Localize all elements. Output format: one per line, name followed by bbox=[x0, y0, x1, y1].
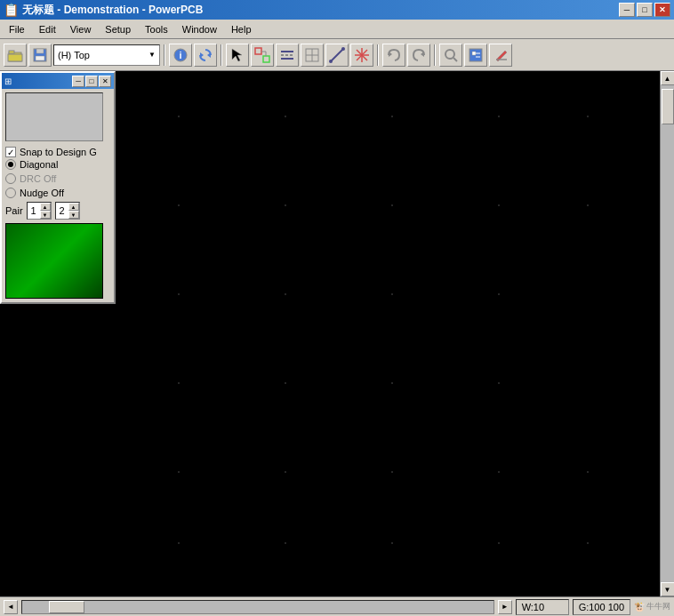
menu-file[interactable]: File bbox=[4, 22, 30, 36]
pair2-down-button[interactable]: ▼ bbox=[68, 211, 79, 219]
diagonal-option[interactable]: Diagonal bbox=[5, 157, 110, 172]
g-label: G:100 100 bbox=[579, 602, 624, 612]
pair-spinner-1[interactable]: 1 ▲ ▼ bbox=[27, 202, 52, 220]
svg-marker-8 bbox=[207, 52, 211, 58]
palette-close-button[interactable]: ✕ bbox=[99, 76, 111, 87]
scroll-thumb[interactable] bbox=[662, 89, 674, 124]
line-button[interactable] bbox=[325, 44, 349, 67]
menu-setup[interactable]: Setup bbox=[100, 22, 136, 36]
menu-bar: File Edit View Setup Tools Window Help bbox=[0, 20, 674, 39]
h-scroll-thumb[interactable] bbox=[49, 601, 84, 613]
menu-edit[interactable]: Edit bbox=[34, 22, 61, 36]
snap-checkmark[interactable]: ✓ bbox=[5, 147, 16, 157]
layer-label: (H) Top bbox=[58, 50, 148, 60]
svg-line-21 bbox=[331, 49, 343, 61]
color-swatch bbox=[5, 223, 103, 299]
route2-button[interactable] bbox=[276, 44, 299, 67]
svg-marker-9 bbox=[200, 52, 204, 58]
erase-button[interactable] bbox=[489, 44, 512, 67]
snap-checkbox[interactable]: ✓ Snap to Design G bbox=[5, 147, 110, 157]
menu-tools[interactable]: Tools bbox=[140, 22, 173, 36]
nudge-option[interactable]: Nudge Off bbox=[5, 186, 110, 200]
status-g: G:100 100 bbox=[573, 599, 630, 615]
svg-point-22 bbox=[329, 60, 333, 63]
palette-minimize-button[interactable]: ─ bbox=[72, 76, 84, 87]
redo-button[interactable] bbox=[407, 44, 430, 67]
open-button[interactable] bbox=[4, 44, 27, 67]
save-button[interactable] bbox=[28, 44, 52, 67]
pair-spinner-2[interactable]: 2 ▲ ▼ bbox=[55, 202, 80, 220]
pcb-button[interactable] bbox=[464, 44, 487, 67]
info-button[interactable]: i bbox=[169, 44, 192, 67]
toolbar: (H) Top ▼ i bbox=[0, 39, 674, 71]
vertical-scrollbar[interactable]: ▲ ▼ bbox=[660, 71, 674, 596]
svg-rect-1 bbox=[9, 51, 14, 53]
drc-radio[interactable] bbox=[5, 173, 16, 184]
separator2 bbox=[221, 44, 222, 66]
palette-title-bar[interactable]: ⊞ ─ □ ✕ bbox=[2, 73, 114, 89]
h-scroll-left-button[interactable]: ◄ bbox=[4, 600, 18, 614]
status-w: W:10 bbox=[516, 599, 569, 615]
pair-label: Pair bbox=[5, 205, 23, 216]
pair-val1: 1 bbox=[28, 205, 40, 216]
svg-rect-33 bbox=[472, 52, 476, 55]
svg-rect-2 bbox=[8, 54, 22, 61]
svg-line-31 bbox=[453, 58, 457, 61]
svg-rect-4 bbox=[36, 49, 44, 53]
app-icon: 📋 bbox=[4, 3, 19, 17]
minimize-button[interactable]: ─ bbox=[619, 3, 635, 17]
svg-text:i: i bbox=[179, 50, 181, 60]
pair1-down-button[interactable]: ▼ bbox=[40, 211, 51, 219]
svg-rect-11 bbox=[255, 48, 261, 54]
diagonal-radio[interactable] bbox=[5, 159, 16, 170]
svg-marker-28 bbox=[389, 52, 392, 57]
palette-window: ⊞ ─ □ ✕ ✓ Snap to Design G Diagonal bbox=[0, 71, 116, 304]
zoom-button[interactable] bbox=[439, 44, 462, 67]
status-logo: 🐮 牛牛网 bbox=[634, 601, 670, 612]
close-button[interactable]: ✕ bbox=[654, 3, 670, 17]
select-button[interactable] bbox=[226, 44, 249, 67]
refresh-button[interactable] bbox=[194, 44, 217, 67]
maximize-button[interactable]: □ bbox=[637, 3, 653, 17]
svg-marker-10 bbox=[232, 49, 242, 61]
separator1 bbox=[164, 44, 165, 66]
svg-rect-5 bbox=[36, 56, 44, 60]
drc-label: DRC Off bbox=[20, 173, 56, 184]
main-area: ▲ ▼ ⊞ ─ □ ✕ ✓ Snap to Design G bbox=[0, 71, 674, 596]
palette-body: ✓ Snap to Design G Diagonal DRC Off Nudg… bbox=[2, 89, 114, 302]
drc-option[interactable]: DRC Off bbox=[5, 172, 110, 186]
menu-window[interactable]: Window bbox=[177, 22, 222, 36]
pair1-up-button[interactable]: ▲ bbox=[40, 203, 51, 211]
h-scrollbar[interactable] bbox=[21, 600, 494, 614]
h-scroll-right-button[interactable]: ► bbox=[498, 600, 512, 614]
separator4 bbox=[434, 44, 436, 66]
layer-dropdown[interactable]: (H) Top ▼ bbox=[53, 44, 160, 66]
palette-icon: ⊞ bbox=[4, 76, 12, 86]
pair-row: Pair 1 ▲ ▼ 2 ▲ ▼ bbox=[5, 202, 110, 220]
title-bar: 📋 无标题 - Demonstration - PowerPCB ─ □ ✕ bbox=[0, 0, 674, 20]
star-button[interactable] bbox=[350, 44, 373, 67]
svg-point-23 bbox=[341, 47, 345, 51]
w-label: W:10 bbox=[522, 602, 544, 612]
menu-view[interactable]: View bbox=[65, 22, 97, 36]
scroll-up-button[interactable]: ▲ bbox=[661, 71, 675, 85]
palette-maximize-button[interactable]: □ bbox=[85, 76, 98, 87]
route3-button[interactable] bbox=[301, 44, 324, 67]
nudge-label: Nudge Off bbox=[20, 188, 64, 198]
pair-val2: 2 bbox=[56, 205, 68, 216]
logo-icon: 🐮 bbox=[634, 602, 645, 612]
menu-help[interactable]: Help bbox=[226, 22, 257, 36]
status-bar: ◄ ► W:10 G:100 100 🐮 牛牛网 bbox=[0, 596, 674, 616]
route-button[interactable] bbox=[251, 44, 274, 67]
pair2-up-button[interactable]: ▲ bbox=[68, 203, 79, 211]
dropdown-arrow-icon: ▼ bbox=[148, 51, 156, 59]
app-title: 无标题 - Demonstration - PowerPCB bbox=[22, 3, 203, 18]
diagonal-label: Diagonal bbox=[20, 159, 58, 170]
scroll-down-button[interactable]: ▼ bbox=[661, 582, 675, 596]
svg-point-30 bbox=[445, 50, 454, 59]
palette-preview bbox=[5, 92, 103, 141]
nudge-radio[interactable] bbox=[5, 188, 16, 198]
undo-button[interactable] bbox=[382, 44, 405, 67]
svg-rect-12 bbox=[263, 56, 269, 62]
scroll-track[interactable] bbox=[661, 85, 675, 582]
